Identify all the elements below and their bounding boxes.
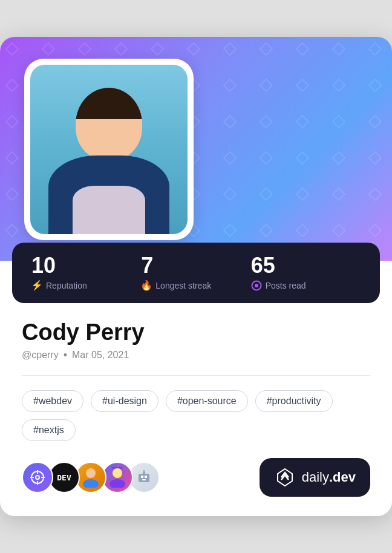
streak-number: 7 xyxy=(141,255,250,276)
divider xyxy=(22,375,370,376)
svg-point-11 xyxy=(109,479,125,488)
stat-reputation: 10 ⚡ Reputation xyxy=(31,255,141,291)
card-footer: DEV xyxy=(0,458,392,516)
reputation-number: 10 xyxy=(31,255,141,276)
daily-dev-icon xyxy=(274,466,296,488)
flame-icon: 🔥 xyxy=(141,280,152,291)
svg-rect-14 xyxy=(145,476,147,478)
svg-point-10 xyxy=(113,468,122,478)
svg-point-9 xyxy=(83,479,99,488)
profile-name: Cody Perry xyxy=(22,320,370,345)
svg-point-8 xyxy=(86,468,96,478)
svg-rect-15 xyxy=(142,479,146,480)
svg-rect-12 xyxy=(139,474,149,482)
stat-posts-read: 65 Posts read xyxy=(251,255,361,291)
svg-point-1 xyxy=(255,284,258,287)
tag-open-source[interactable]: #open-source xyxy=(166,390,248,412)
profile-dot: • xyxy=(64,350,67,361)
streak-label-row: 🔥 Longest streak xyxy=(141,280,250,291)
posts-read-number: 65 xyxy=(251,255,361,276)
streak-label: Longest streak xyxy=(155,281,211,290)
avatar-head xyxy=(76,88,142,160)
posts-read-label-row: Posts read xyxy=(251,280,361,291)
avatar-figure xyxy=(30,65,188,234)
stat-streak: 7 🔥 Longest streak xyxy=(141,255,250,291)
avatar-container xyxy=(24,59,194,240)
svg-rect-13 xyxy=(141,476,143,478)
dev-word: .dev xyxy=(329,470,356,485)
tags-section: #webdev #ui-design #open-source #product… xyxy=(0,390,392,441)
tag-ui-design[interactable]: #ui-design xyxy=(91,390,158,412)
daily-dev-logo[interactable]: daily .dev xyxy=(260,458,370,497)
stats-bar: 10 ⚡ Reputation 7 🔥 Longest streak 65 xyxy=(12,243,380,303)
avatars-row: DEV xyxy=(22,462,155,493)
profile-info: Cody Perry @cperry • Mar 05, 2021 xyxy=(0,303,392,361)
dev-badge-text: DEV xyxy=(54,472,74,483)
avatar-body xyxy=(48,155,169,234)
avatar-hair xyxy=(76,88,142,119)
bolt-icon: ⚡ xyxy=(31,280,42,291)
user-avatar-1[interactable] xyxy=(22,462,53,493)
profile-join-date: Mar 05, 2021 xyxy=(72,350,129,361)
profile-card: 10 ⚡ Reputation 7 🔥 Longest streak 65 xyxy=(0,37,392,517)
avatar-shirt xyxy=(73,186,145,234)
reputation-label: Reputation xyxy=(46,281,87,290)
profile-meta: @cperry • Mar 05, 2021 xyxy=(22,350,370,361)
daily-dev-text: daily .dev xyxy=(302,470,356,485)
tag-nextjs[interactable]: #nextjs xyxy=(22,419,76,441)
avatar-image xyxy=(30,65,188,234)
svg-rect-16 xyxy=(143,472,145,474)
reputation-label-row: ⚡ Reputation xyxy=(31,280,141,291)
profile-banner xyxy=(0,37,392,261)
circle-icon xyxy=(251,280,262,291)
tag-productivity[interactable]: #productivity xyxy=(255,390,333,412)
profile-handle: @cperry xyxy=(22,350,59,361)
svg-point-7 xyxy=(36,476,39,479)
posts-read-label: Posts read xyxy=(266,281,306,290)
daily-word: daily xyxy=(302,470,329,485)
tag-webdev[interactable]: #webdev xyxy=(22,390,83,412)
